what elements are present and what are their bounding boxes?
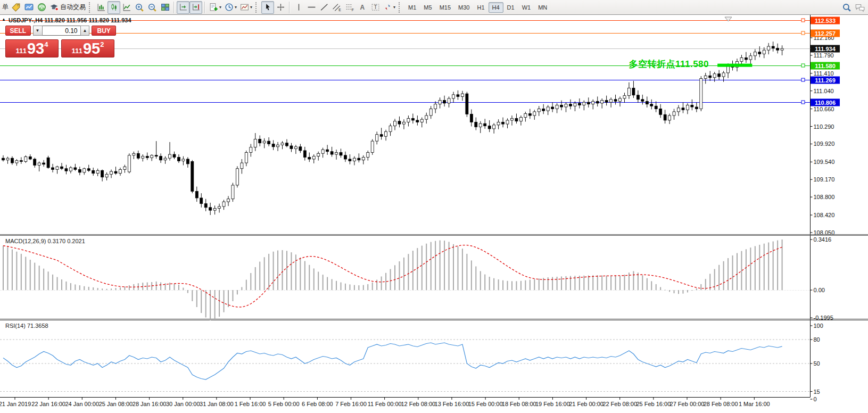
zoom-out-button[interactable]	[146, 1, 159, 14]
sell-button[interactable]: SELL	[5, 26, 31, 36]
market-watch-button[interactable]	[22, 1, 35, 14]
timeframe-h4-button[interactable]: H4	[489, 2, 503, 13]
indicators-button[interactable]: ▾	[208, 1, 223, 14]
horizontal-line-tool-button[interactable]	[305, 1, 318, 14]
crosshair-icon	[276, 3, 285, 12]
chart-shift-button[interactable]	[189, 1, 202, 14]
signal-icon	[37, 3, 46, 12]
zoom-in-button[interactable]	[133, 1, 146, 14]
chevron-down-icon: ▾	[393, 5, 395, 10]
zoom-out-icon	[147, 3, 157, 12]
toolbar: 单 自动交易 ▾ ▾ ▾	[0, 0, 868, 15]
tile-windows-icon	[161, 3, 170, 12]
pivot-highlight-segment[interactable]	[717, 64, 752, 67]
level-handle[interactable]	[801, 101, 805, 104]
timeframe-m5-button[interactable]: M5	[420, 2, 435, 13]
chart-shift-icon	[192, 3, 201, 12]
timeframe-d1-button[interactable]: D1	[503, 2, 518, 13]
macd-histogram	[3, 239, 783, 320]
chat-button[interactable]	[853, 1, 867, 14]
crosshair-tool-button[interactable]	[274, 1, 287, 14]
text-icon: A	[358, 3, 367, 12]
cursor-tool-button[interactable]	[261, 1, 274, 14]
timeframe-mn-button[interactable]: MN	[534, 2, 551, 13]
timeframe-toolbar: M1M5M15M30H1H4D1W1MN	[404, 2, 551, 13]
svg-text:0.00: 0.00	[814, 287, 825, 293]
trendline-tool-button[interactable]	[318, 1, 330, 14]
chat-bubbles-icon	[855, 3, 865, 12]
toolbar-grip[interactable]	[399, 2, 402, 13]
svg-text:109.920: 109.920	[814, 141, 835, 147]
toolbar-separator	[173, 2, 175, 13]
timeframe-w1-button[interactable]: W1	[518, 2, 535, 13]
timeframe-m1-button[interactable]: M1	[404, 2, 420, 13]
volume-decrease-button[interactable]: ▼	[33, 26, 43, 36]
level-handle[interactable]	[801, 31, 805, 35]
bar-chart-mode-button[interactable]	[95, 1, 108, 14]
level-handle[interactable]	[801, 19, 805, 22]
autotrade-button[interactable]: 自动交易	[48, 1, 87, 14]
fibonacci-tool-button[interactable]: F	[343, 1, 356, 14]
equidistant-channel-icon: E	[332, 3, 342, 12]
templates-button[interactable]: ▾	[238, 1, 254, 14]
rsi-label: RSI(14) 71.3658	[5, 323, 48, 329]
date-label: 22 Feb 08:00	[602, 401, 637, 407]
buy-price-display[interactable]: 111 95 2	[61, 39, 114, 57]
pivot-annotation[interactable]: 多空转折点111.580	[549, 58, 709, 70]
sell-price-display[interactable]: 111 93 4	[5, 39, 59, 57]
price-chart[interactable]: 112.160111.790111.410111.040110.660110.2…	[0, 15, 868, 413]
text-glyph: A	[360, 4, 365, 11]
candle-chart-mode-button[interactable]	[108, 1, 120, 14]
auto-scroll-button[interactable]	[177, 1, 189, 14]
timeframe-m30-button[interactable]: M30	[454, 2, 473, 13]
tile-windows-button[interactable]	[159, 1, 171, 14]
svg-text:108.050: 108.050	[814, 229, 835, 236]
date-label: 25 Feb 16:00	[636, 401, 671, 407]
chevron-down-icon: ▾	[250, 5, 252, 10]
candlestick-icon	[110, 3, 119, 12]
sell-price-point: 4	[44, 40, 48, 48]
svg-text:-0.1995: -0.1995	[814, 315, 833, 321]
periods-button[interactable]: ▾	[223, 1, 238, 14]
line-chart-mode-button[interactable]	[120, 1, 133, 14]
vertical-line-icon	[295, 3, 303, 12]
svg-text:111.410: 111.410	[814, 70, 834, 77]
bar-chart-icon	[97, 3, 106, 12]
level-handle[interactable]	[801, 64, 805, 67]
buy-button[interactable]: BUY	[92, 26, 116, 36]
volume-increase-button[interactable]: ▲	[80, 26, 90, 36]
date-label: 21 Jan 2019	[0, 401, 31, 407]
one-click-trade-panel: SELL ▼ ▲ BUY 111 93 4 111 95 2	[2, 26, 116, 57]
fibo-glyph: F	[352, 8, 354, 12]
text-label-tool-button[interactable]: T	[369, 1, 382, 14]
svg-text:15: 15	[814, 389, 820, 395]
toolbar-grip[interactable]	[89, 2, 93, 13]
date-label: 31 Jan 08:00	[200, 401, 234, 407]
rsi-line	[3, 343, 782, 379]
new-order-button[interactable]	[10, 1, 22, 14]
date-label: 30 Jan 00:00	[166, 401, 200, 407]
date-label: 12 Feb 08:00	[401, 401, 435, 407]
timeframe-m15-button[interactable]: M15	[436, 2, 454, 13]
timeframe-h1-button[interactable]: H1	[473, 2, 488, 13]
sell-price-pips: 93	[27, 41, 44, 56]
level-handle[interactable]	[801, 78, 805, 81]
signals-button[interactable]	[35, 1, 48, 14]
volume-input[interactable]	[43, 26, 80, 36]
macd-signal-line	[3, 245, 782, 307]
svg-text:110.806: 110.806	[815, 100, 836, 106]
svg-text:111.040: 111.040	[814, 88, 834, 94]
trendline-icon	[320, 3, 329, 12]
svg-text:0: 0	[814, 396, 817, 402]
chevron-up-icon: ▲	[82, 28, 87, 33]
channel-tool-button[interactable]: E	[330, 1, 343, 14]
toolbar-grip[interactable]	[255, 2, 259, 13]
search-button[interactable]	[840, 1, 853, 14]
panel-collapse-icon[interactable]: ▲	[2, 18, 6, 22]
svg-text:110.290: 110.290	[814, 123, 834, 130]
arrows-tool-button[interactable]: ▾	[382, 1, 397, 14]
vertical-line-tool-button[interactable]	[292, 1, 305, 14]
svg-text:80: 80	[814, 336, 820, 343]
date-label: 1 Mar 16:00	[739, 401, 770, 407]
text-tool-button[interactable]: A	[356, 1, 369, 14]
